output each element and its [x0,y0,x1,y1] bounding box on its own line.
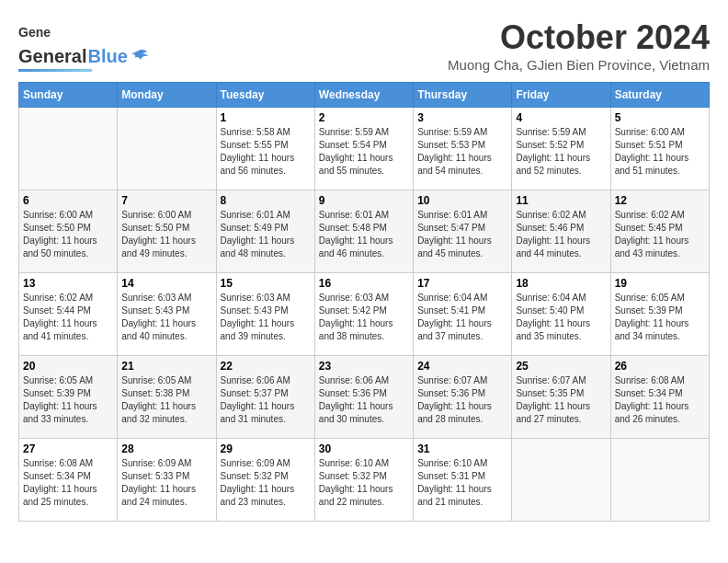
day-info: Sunrise: 6:09 AM Sunset: 5:33 PM Dayligh… [121,457,211,509]
calendar-cell: 6Sunrise: 6:00 AM Sunset: 5:50 PM Daylig… [19,190,118,273]
day-number: 13 [23,277,113,290]
calendar-cell: 20Sunrise: 6:05 AM Sunset: 5:39 PM Dayli… [19,356,118,439]
day-info: Sunrise: 6:04 AM Sunset: 5:41 PM Dayligh… [417,292,507,343]
day-number: 27 [23,442,113,455]
title-section: October 2024 Muong Cha, GJien Bien Provi… [448,18,710,73]
logo-blue: Blue [87,46,127,67]
day-of-week-monday: Monday [118,83,216,108]
day-info: Sunrise: 6:01 AM Sunset: 5:48 PM Dayligh… [319,209,409,260]
day-info: Sunrise: 6:00 AM Sunset: 5:51 PM Dayligh… [615,126,705,178]
day-number: 19 [615,277,705,290]
day-number: 16 [319,277,409,290]
calendar-cell: 10Sunrise: 6:01 AM Sunset: 5:47 PM Dayli… [414,190,512,273]
day-info: Sunrise: 5:59 AM Sunset: 5:52 PM Dayligh… [516,126,606,178]
calendar-cell: 14Sunrise: 6:03 AM Sunset: 5:43 PM Dayli… [118,273,216,356]
calendar-cell [610,439,709,522]
calendar-cell: 23Sunrise: 6:06 AM Sunset: 5:36 PM Dayli… [314,356,413,439]
day-info: Sunrise: 5:59 AM Sunset: 5:54 PM Dayligh… [319,126,409,178]
calendar-cell: 19Sunrise: 6:05 AM Sunset: 5:39 PM Dayli… [610,273,709,356]
day-of-week-wednesday: Wednesday [314,83,413,108]
day-info: Sunrise: 6:04 AM Sunset: 5:40 PM Dayligh… [516,292,606,343]
day-number: 8 [221,194,311,207]
day-number: 7 [121,194,211,207]
location-subtitle: Muong Cha, GJien Bien Province, Vietnam [448,57,710,73]
day-info: Sunrise: 6:01 AM Sunset: 5:47 PM Dayligh… [417,209,507,260]
day-number: 20 [23,360,113,373]
day-info: Sunrise: 6:07 AM Sunset: 5:35 PM Dayligh… [516,374,606,426]
calendar-cell: 17Sunrise: 6:04 AM Sunset: 5:41 PM Dayli… [414,273,512,356]
day-of-week-sunday: Sunday [19,83,118,108]
day-info: Sunrise: 5:58 AM Sunset: 5:55 PM Dayligh… [221,126,311,178]
calendar-cell: 28Sunrise: 6:09 AM Sunset: 5:33 PM Dayli… [118,439,216,522]
day-info: Sunrise: 6:03 AM Sunset: 5:43 PM Dayligh… [221,292,311,343]
calendar-cell: 13Sunrise: 6:02 AM Sunset: 5:44 PM Dayli… [19,273,118,356]
days-of-week-row: SundayMondayTuesdayWednesdayThursdayFrid… [19,83,710,108]
day-number: 5 [615,111,705,124]
calendar-cell: 25Sunrise: 6:07 AM Sunset: 5:35 PM Dayli… [512,356,610,439]
day-info: Sunrise: 6:06 AM Sunset: 5:37 PM Dayligh… [221,374,311,426]
day-info: Sunrise: 6:10 AM Sunset: 5:31 PM Dayligh… [417,457,507,509]
calendar-week-4: 20Sunrise: 6:05 AM Sunset: 5:39 PM Dayli… [19,356,710,439]
day-of-week-thursday: Thursday [414,83,512,108]
calendar-cell [118,108,216,190]
logo-bird-icon [130,49,148,65]
day-info: Sunrise: 6:02 AM Sunset: 5:45 PM Dayligh… [615,209,705,260]
day-info: Sunrise: 6:03 AM Sunset: 5:43 PM Dayligh… [121,292,211,343]
svg-text:General: General [18,25,51,40]
day-number: 3 [417,111,507,124]
day-of-week-saturday: Saturday [610,83,709,108]
day-info: Sunrise: 6:03 AM Sunset: 5:42 PM Dayligh… [319,292,409,343]
day-number: 31 [417,442,507,455]
calendar-cell: 2Sunrise: 5:59 AM Sunset: 5:54 PM Daylig… [314,108,413,190]
calendar-cell: 1Sunrise: 5:58 AM Sunset: 5:55 PM Daylig… [216,108,314,190]
day-info: Sunrise: 6:08 AM Sunset: 5:34 PM Dayligh… [23,457,113,509]
day-number: 18 [516,277,606,290]
calendar-cell: 11Sunrise: 6:02 AM Sunset: 5:46 PM Dayli… [512,190,610,273]
calendar-cell: 18Sunrise: 6:04 AM Sunset: 5:40 PM Dayli… [512,273,610,356]
day-number: 6 [23,194,113,207]
day-number: 24 [417,360,507,373]
day-number: 10 [417,194,507,207]
day-number: 4 [516,111,606,124]
calendar-cell: 4Sunrise: 5:59 AM Sunset: 5:52 PM Daylig… [512,108,610,190]
calendar-cell: 26Sunrise: 6:08 AM Sunset: 5:34 PM Dayli… [610,356,709,439]
day-info: Sunrise: 6:05 AM Sunset: 5:39 PM Dayligh… [23,374,113,426]
day-number: 14 [121,277,211,290]
calendar-cell: 27Sunrise: 6:08 AM Sunset: 5:34 PM Dayli… [19,439,118,522]
day-number: 2 [319,111,409,124]
day-of-week-friday: Friday [512,83,610,108]
calendar-cell: 24Sunrise: 6:07 AM Sunset: 5:36 PM Dayli… [414,356,512,439]
month-year-title: October 2024 [448,18,710,57]
day-number: 12 [615,194,705,207]
day-info: Sunrise: 6:00 AM Sunset: 5:50 PM Dayligh… [23,209,113,260]
day-number: 15 [221,277,311,290]
day-info: Sunrise: 6:02 AM Sunset: 5:46 PM Dayligh… [516,209,606,260]
day-number: 17 [417,277,507,290]
day-number: 25 [516,360,606,373]
calendar-cell: 5Sunrise: 6:00 AM Sunset: 5:51 PM Daylig… [610,108,709,190]
day-info: Sunrise: 6:06 AM Sunset: 5:36 PM Dayligh… [319,374,409,426]
day-info: Sunrise: 6:00 AM Sunset: 5:50 PM Dayligh… [121,209,211,260]
day-info: Sunrise: 6:01 AM Sunset: 5:49 PM Dayligh… [221,209,311,260]
day-info: Sunrise: 5:59 AM Sunset: 5:53 PM Dayligh… [417,126,507,178]
logo-divider [18,69,92,72]
calendar-body: 1Sunrise: 5:58 AM Sunset: 5:55 PM Daylig… [19,108,710,522]
calendar-week-2: 6Sunrise: 6:00 AM Sunset: 5:50 PM Daylig… [19,190,710,273]
calendar-cell: 15Sunrise: 6:03 AM Sunset: 5:43 PM Dayli… [216,273,314,356]
calendar-cell: 16Sunrise: 6:03 AM Sunset: 5:42 PM Dayli… [314,273,413,356]
day-info: Sunrise: 6:07 AM Sunset: 5:36 PM Dayligh… [417,374,507,426]
calendar-cell [19,108,118,190]
calendar-cell: 29Sunrise: 6:09 AM Sunset: 5:32 PM Dayli… [216,439,314,522]
day-info: Sunrise: 6:05 AM Sunset: 5:38 PM Dayligh… [121,374,211,426]
day-number: 21 [121,360,211,373]
day-number: 23 [319,360,409,373]
logo: General General Blue [18,18,148,72]
day-info: Sunrise: 6:10 AM Sunset: 5:32 PM Dayligh… [319,457,409,509]
calendar-cell: 7Sunrise: 6:00 AM Sunset: 5:50 PM Daylig… [118,190,216,273]
calendar-cell: 22Sunrise: 6:06 AM Sunset: 5:37 PM Dayli… [216,356,314,439]
logo-general: General [18,46,86,67]
calendar-cell: 21Sunrise: 6:05 AM Sunset: 5:38 PM Dayli… [118,356,216,439]
day-number: 1 [221,111,311,124]
calendar-cell: 3Sunrise: 5:59 AM Sunset: 5:53 PM Daylig… [414,108,512,190]
day-number: 9 [319,194,409,207]
